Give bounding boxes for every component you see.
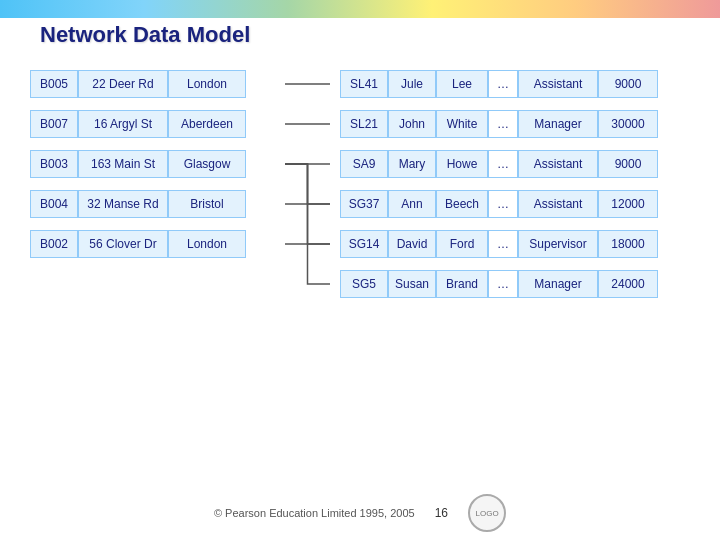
header-gradient-bar [0, 0, 720, 18]
branch-id: B002 [30, 230, 78, 258]
staff-id: SL21 [340, 110, 388, 138]
staff-dots: … [488, 150, 518, 178]
staff-dots: … [488, 230, 518, 258]
staff-dots: … [488, 70, 518, 98]
staff-role: Supervisor [518, 230, 598, 258]
staff-role: Assistant [518, 150, 598, 178]
right-table: SL41 Jule Lee … Assistant 9000 SL21 John… [340, 70, 695, 310]
branch-city: London [168, 70, 246, 98]
branch-address: 16 Argyl St [78, 110, 168, 138]
branch-city: Aberdeen [168, 110, 246, 138]
staff-role: Assistant [518, 70, 598, 98]
branch-id: B004 [30, 190, 78, 218]
staff-last: Ford [436, 230, 488, 258]
staff-last: Howe [436, 150, 488, 178]
right-table-row: SA9 Mary Howe … Assistant 9000 [340, 150, 695, 178]
staff-last: Beech [436, 190, 488, 218]
staff-salary: 12000 [598, 190, 658, 218]
right-table-row: SG37 Ann Beech … Assistant 12000 [340, 190, 695, 218]
staff-first: Mary [388, 150, 436, 178]
branch-id: B005 [30, 70, 78, 98]
staff-last: Brand [436, 270, 488, 298]
staff-id: SG5 [340, 270, 388, 298]
staff-dots: … [488, 270, 518, 298]
staff-salary: 24000 [598, 270, 658, 298]
footer: © Pearson Education Limited 1995, 2005 1… [0, 494, 720, 532]
left-table-row: B003 163 Main St Glasgow [30, 150, 285, 178]
left-table-row: B002 56 Clover Dr London [30, 230, 285, 258]
branch-address: 56 Clover Dr [78, 230, 168, 258]
left-table-row: B007 16 Argyl St Aberdeen [30, 110, 285, 138]
left-table-row: B004 32 Manse Rd Bristol [30, 190, 285, 218]
branch-address: 163 Main St [78, 150, 168, 178]
staff-role: Assistant [518, 190, 598, 218]
right-table-row: SL21 John White … Manager 30000 [340, 110, 695, 138]
left-table-row: B005 22 Deer Rd London [30, 70, 285, 98]
branch-address: 32 Manse Rd [78, 190, 168, 218]
staff-id: SA9 [340, 150, 388, 178]
staff-salary: 30000 [598, 110, 658, 138]
page-title: Network Data Model [40, 22, 250, 48]
logo: LOGO [468, 494, 506, 532]
staff-first: David [388, 230, 436, 258]
staff-salary: 9000 [598, 70, 658, 98]
page-number: 16 [435, 506, 448, 520]
staff-first: Jule [388, 70, 436, 98]
branch-id: B007 [30, 110, 78, 138]
right-table-row: SG5 Susan Brand … Manager 24000 [340, 270, 695, 298]
staff-first: Ann [388, 190, 436, 218]
staff-role: Manager [518, 270, 598, 298]
branch-address: 22 Deer Rd [78, 70, 168, 98]
staff-id: SG37 [340, 190, 388, 218]
branch-city: Bristol [168, 190, 246, 218]
branch-id: B003 [30, 150, 78, 178]
staff-role: Manager [518, 110, 598, 138]
staff-first: Susan [388, 270, 436, 298]
right-table-row: SL41 Jule Lee … Assistant 9000 [340, 70, 695, 98]
staff-id: SL41 [340, 70, 388, 98]
staff-last: Lee [436, 70, 488, 98]
staff-id: SG14 [340, 230, 388, 258]
branch-city: London [168, 230, 246, 258]
left-table: B005 22 Deer Rd London B007 16 Argyl St … [30, 70, 285, 270]
staff-salary: 18000 [598, 230, 658, 258]
staff-last: White [436, 110, 488, 138]
right-table-row: SG14 David Ford … Supervisor 18000 [340, 230, 695, 258]
copyright-text: © Pearson Education Limited 1995, 2005 [214, 507, 415, 519]
branch-city: Glasgow [168, 150, 246, 178]
staff-salary: 9000 [598, 150, 658, 178]
staff-dots: … [488, 110, 518, 138]
tables-area: B005 22 Deer Rd London B007 16 Argyl St … [20, 60, 700, 490]
staff-first: John [388, 110, 436, 138]
staff-dots: … [488, 190, 518, 218]
